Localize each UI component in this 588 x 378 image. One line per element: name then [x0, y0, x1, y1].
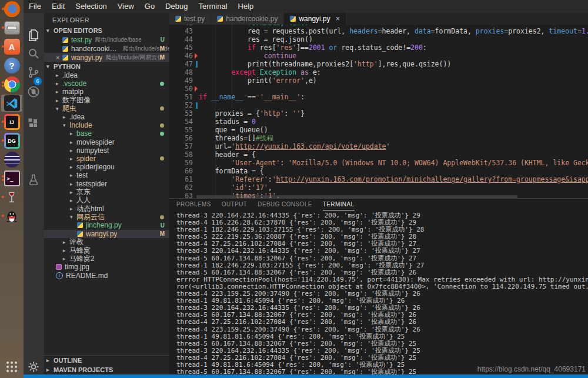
panel-tab-bar: PROBLEMSOUTPUTDEBUG CONSOLETERMINAL [169, 199, 588, 210]
terminal-line: thread-4 223.159.25.200:37490 {'res': 20… [176, 326, 588, 333]
line-number: 49 [169, 76, 195, 85]
tree-item[interactable]: ▾Include [44, 121, 169, 129]
running-indicator-dot [2, 196, 4, 198]
tree-item[interactable]: ▸评教 [44, 238, 169, 246]
tree-item[interactable]: ▸numpytest [44, 146, 169, 155]
tree-item[interactable]: ▸马蜂窝 [44, 246, 169, 255]
dock-item-terminal-icon[interactable]: >_ [1, 170, 22, 187]
maven-projects-section[interactable]: ▸ MAVEN PROJECTS [44, 365, 169, 374]
running-indicator-dot [2, 121, 4, 123]
item-label: README.md [66, 272, 108, 280]
panel-tab-output[interactable]: OUTPUT [222, 199, 248, 210]
panel-tab-terminal[interactable]: TERMINAL [323, 199, 355, 210]
tree-item[interactable]: ▾爬虫 [44, 105, 169, 113]
dock-item-datagrip-icon[interactable]: DG [1, 132, 22, 149]
editor-tab[interactable]: test.py [169, 13, 211, 25]
tree-item[interactable]: timg.jpg [44, 263, 169, 271]
dock-item-intellij-idea-icon[interactable]: IJ [1, 113, 22, 131]
running-indicator-dot [2, 175, 4, 178]
chevron-right-icon: ▸ [63, 239, 69, 245]
menu-item-help[interactable]: Help [233, 0, 259, 13]
menu-item-view[interactable]: View [112, 0, 139, 13]
tree-item[interactable]: ▸base [44, 129, 169, 138]
code-editor[interactable]: 42 formData, times43 req = requests.post… [169, 25, 588, 198]
dock-item-help-icon[interactable]: ? [1, 57, 22, 74]
terminal-line: thread-1 182.246.229.103:27155 {'res': 2… [176, 262, 588, 269]
running-indicator-dot [2, 81, 4, 83]
editor-tab[interactable]: wangyi.py× [284, 13, 346, 25]
file-name: wangyi.py [71, 53, 102, 62]
terminal-icon: >_ [4, 170, 20, 186]
grid-dot [6, 370, 9, 372]
tree-item[interactable]: ▸.vscode [44, 79, 169, 88]
git-status-dot [160, 156, 164, 160]
test-flask-icon[interactable] [26, 173, 41, 187]
tree-item[interactable]: iREADME.md [44, 272, 169, 280]
tree-item[interactable]: jincheng.pyU [44, 221, 169, 229]
dock-item-eclipse-icon[interactable] [1, 151, 22, 168]
tree-item[interactable]: ▸moviespider [44, 138, 169, 146]
close-icon[interactable]: × [336, 15, 340, 23]
dock-item-app-grid-icon[interactable] [1, 360, 22, 377]
chevron-right-icon: ▸ [70, 189, 76, 195]
menu-item-terminal[interactable]: Terminal [193, 0, 232, 13]
terminal-line: errror HTTPConnectionPool(host='114.220.… [176, 276, 588, 283]
editor-tab[interactable]: handercookie.py [211, 13, 284, 25]
grid-dot [15, 362, 17, 364]
python-file-icon [62, 37, 68, 43]
tree-item[interactable]: ▸spider [44, 155, 169, 163]
tab-label: test.py [184, 15, 205, 23]
chevron-right-icon: ▸ [63, 247, 69, 253]
dock-item-firefox-icon[interactable] [1, 1, 22, 18]
tree-item[interactable]: ▸testspider [44, 179, 169, 188]
open-editor-item[interactable]: handercookie.py爬虫/Include/spiderM [44, 44, 169, 53]
code-text: print(threadname,proxies2['http'],res,qu… [195, 60, 451, 68]
open-editor-item[interactable]: test.py爬虫/Include/baseU [44, 35, 169, 44]
menu-item-selection[interactable]: Selection [70, 0, 112, 13]
close-icon[interactable]: × [56, 54, 62, 61]
source-control-badge: 6 [34, 77, 42, 85]
chevron-right-icon: ▸ [70, 156, 76, 162]
explorer-icon[interactable] [26, 28, 41, 42]
dock-item-vscode-icon[interactable] [1, 95, 22, 112]
tree-item[interactable]: ▸马蜂窝2 [44, 255, 169, 263]
tree-item[interactable]: ▸动态html [44, 205, 169, 213]
item-label: spider [76, 155, 96, 163]
tree-item[interactable]: ▾网易云信 [44, 213, 169, 221]
tree-item[interactable]: ▸.idea [44, 113, 169, 121]
line-number: 43 [169, 27, 195, 35]
dock-item-chromium-icon[interactable] [1, 76, 22, 93]
panel-tab-debug-console[interactable]: DEBUG CONSOLE [258, 199, 312, 210]
debug-icon[interactable] [26, 85, 41, 99]
dock-item-qq-icon[interactable] [1, 208, 22, 225]
item-label: numpytest [76, 146, 109, 155]
tree-item[interactable]: ▸spiderjiegou [44, 163, 169, 171]
extensions-icon[interactable] [26, 116, 41, 131]
settings-gear-icon[interactable] [26, 360, 41, 374]
tree-item[interactable]: ▸人人 [44, 196, 169, 205]
tree-item[interactable]: ▸.idea [44, 71, 169, 79]
panel-tab-problems[interactable]: PROBLEMS [176, 199, 211, 210]
grid-dot [11, 370, 13, 372]
dock-item-ubuntu-software-icon[interactable]: A [1, 38, 22, 55]
open-editors-header[interactable]: ▾ OPEN EDITORS [44, 26, 169, 35]
tree-item[interactable]: ▸test [44, 171, 169, 179]
tree-item[interactable]: wangyi.pyM [44, 230, 169, 238]
dock-item-file-manager-icon[interactable] [1, 19, 22, 36]
menu-item-go[interactable]: Go [139, 0, 160, 13]
menu-item-edit[interactable]: Edit [46, 0, 70, 13]
menu-item-file[interactable]: File [24, 0, 46, 13]
outline-section[interactable]: ▸ OUTLINE [44, 356, 169, 365]
terminal-output[interactable]: thread-3 220.164.232.16:44335 {'res': 20… [169, 210, 588, 374]
dock-item-wine-icon[interactable] [1, 189, 22, 206]
git-status-dot [160, 132, 164, 136]
item-label: .idea [69, 113, 85, 121]
menu-item-debug[interactable]: Debug [160, 0, 193, 13]
search-icon[interactable] [26, 46, 41, 61]
open-editor-item[interactable]: ×wangyi.py爬虫/Include/网易云信M [44, 53, 169, 62]
terminal-line: thread-4 27.25.216.102:27084 {'res': 200… [176, 319, 588, 326]
item-label: Include [69, 121, 92, 129]
tree-item[interactable]: ▸京东 [44, 188, 169, 196]
git-status-dot [160, 82, 164, 86]
workspace-header[interactable]: ▾ PYTHON [44, 62, 169, 71]
